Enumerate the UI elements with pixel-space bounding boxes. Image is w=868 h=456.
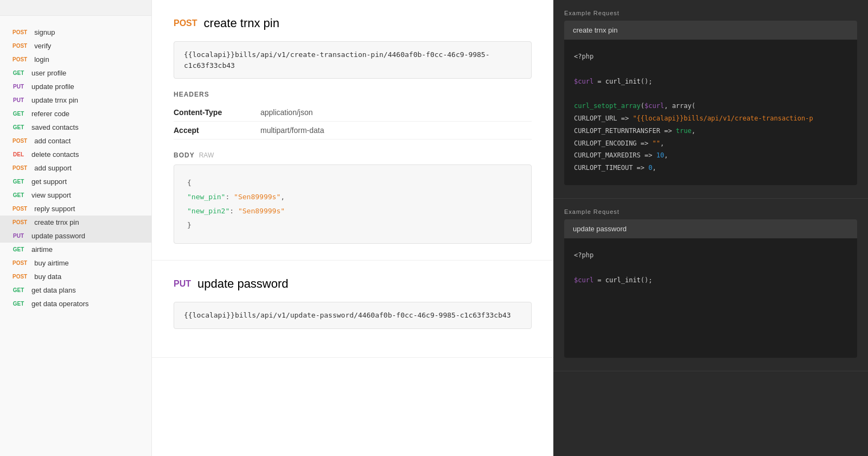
sidebar-item-add-support[interactable]: POSTadd support [0, 161, 151, 175]
sidebar-item-saved-contacts[interactable]: GETsaved contacts [0, 121, 151, 134]
header-value: multipart/form-data [260, 122, 532, 140]
sidebar-item-label: reply support [34, 205, 75, 213]
code-line: CURLOPT_RETURNTRANSFER => true, [574, 125, 847, 137]
sidebar-item-add-contact[interactable]: POSTadd contact [0, 134, 151, 148]
sidebar-item-label: update profile [31, 83, 74, 91]
sidebar-item-label: signup [34, 28, 55, 36]
sidebar-item-label: get data plans [31, 286, 76, 294]
sidebar-item-label: update trnx pin [31, 96, 78, 104]
code-line: } [187, 218, 518, 232]
table-row: Acceptmultipart/form-data [174, 122, 532, 140]
sidebar-item-label: add contact [34, 137, 71, 145]
sidebar-item-label: login [34, 55, 49, 64]
method-badge: GET [10, 246, 27, 253]
sidebar-item-delete-contacts[interactable]: DELdelete contacts [0, 148, 151, 161]
example-request-label: Example Request [564, 10, 857, 16]
method-badge: GET [10, 300, 27, 307]
code-line [574, 63, 847, 75]
sidebar-item-label: verify [34, 42, 51, 50]
right-panel: Example Requestcreate trnx pin<?php $cur… [553, 0, 868, 456]
sidebar-item-update-trnx-pin[interactable]: PUTupdate trnx pin [0, 93, 151, 107]
headers-table: Content-Typeapplication/jsonAcceptmultip… [174, 104, 532, 140]
example-block-update-password: Example Requestupdate password<?php $cur… [553, 199, 868, 371]
table-row: Content-Typeapplication/json [174, 104, 532, 122]
header-value: application/json [260, 104, 532, 122]
sidebar-item-label: add support [34, 164, 72, 172]
code-line: CURLOPT_TIMEOUT => 0, [574, 162, 847, 174]
method-badge: POST [10, 137, 30, 144]
sections-container: POSTcreate trnx pin{{localapi}}bills/api… [152, 0, 553, 358]
sidebar-item-view-support[interactable]: GETview support [0, 188, 151, 202]
sidebar-item-user-profile[interactable]: GETuser profile [0, 66, 151, 80]
method-badge: GET [10, 69, 27, 77]
code-line [574, 87, 847, 100]
example-title-bar: create trnx pin [564, 21, 857, 40]
sidebar-item-label: get support [31, 178, 67, 186]
sidebar-item-referer-code[interactable]: GETreferer code [0, 107, 151, 121]
url-box: {{localapi}}bills/api/v1/create-transact… [174, 41, 532, 79]
endpoint-method: POST [174, 18, 197, 28]
sidebar-item-label: airtime [31, 245, 53, 254]
method-badge: POST [10, 259, 30, 267]
example-request-label: Example Request [564, 208, 857, 215]
headers-label: HEADERS [174, 91, 532, 98]
sidebar-item-get-data-operators[interactable]: GETget data operators [0, 297, 151, 311]
examples-container: Example Requestcreate trnx pin<?php $cur… [553, 0, 868, 371]
sidebar-item-get-support[interactable]: GETget support [0, 175, 151, 188]
method-badge: PUT [10, 232, 27, 239]
code-line: <?php [574, 50, 847, 63]
sidebar-item-label: buy airtime [34, 259, 69, 267]
endpoint-method: PUT [174, 279, 191, 289]
code-line: CURLOPT_ENCODING => "", [574, 137, 847, 150]
method-badge: PUT [10, 97, 27, 104]
main-content: POSTcreate trnx pin{{localapi}}bills/api… [152, 0, 553, 456]
endpoint-name: update password [197, 277, 289, 291]
method-badge: POST [10, 56, 30, 63]
method-badge: GET [10, 287, 27, 294]
sidebar-item-label: view support [31, 191, 71, 199]
method-badge: GET [10, 192, 27, 199]
sidebar-item-buy-data[interactable]: POSTbuy data [0, 270, 151, 283]
method-badge: PUT [10, 83, 27, 90]
method-badge: POST [10, 273, 30, 280]
sidebar-item-buy-airtime[interactable]: POSTbuy airtime [0, 256, 151, 270]
method-badge: GET [10, 124, 27, 131]
method-badge: GET [10, 110, 27, 117]
method-badge: GET [10, 178, 27, 185]
sidebar-item-label: user profile [31, 69, 66, 77]
sidebar-title [0, 0, 151, 16]
sidebar-item-update-password[interactable]: PUTupdate password [0, 229, 151, 243]
method-badge: POST [10, 42, 30, 49]
section-create-trnx-pin: POSTcreate trnx pin{{localapi}}bills/api… [152, 0, 553, 261]
sidebar-item-label: buy data [34, 273, 61, 281]
url-box: {{localapi}}bills/api/v1/update-password… [174, 302, 532, 329]
code-line: $curl = curl_init(); [574, 274, 847, 287]
sidebar-item-signup[interactable]: POSTsignup [0, 26, 151, 39]
sidebar: POSTsignupPOSTverifyPOSTloginGETuser pro… [0, 0, 152, 456]
example-title-bar: update password [564, 219, 857, 238]
endpoint-title: POSTcreate trnx pin [174, 16, 532, 30]
sidebar-item-airtime[interactable]: GETairtime [0, 243, 151, 256]
example-code-area: <?php $curl = curl_init(); [564, 238, 857, 358]
method-badge: POST [10, 164, 30, 172]
example-code-area: <?php $curl = curl_init(); curl_setopt_a… [564, 40, 857, 185]
code-line: CURLOPT_URL => "{{localapi}}bills/api/v1… [574, 112, 847, 125]
sidebar-item-label: get data operators [31, 300, 89, 308]
sidebar-item-reply-support[interactable]: POSTreply support [0, 202, 151, 216]
sidebar-item-verify[interactable]: POSTverify [0, 39, 151, 53]
sidebar-item-label: create trnx pin [34, 218, 79, 226]
sidebar-section-label [0, 16, 151, 26]
header-key: Content-Type [174, 104, 260, 122]
code-line: { [187, 176, 518, 190]
sidebar-item-update-profile[interactable]: PUTupdate profile [0, 80, 151, 93]
body-label: BODYraw [174, 151, 532, 159]
example-block-create-trnx-pin: Example Requestcreate trnx pin<?php $cur… [553, 0, 868, 199]
sidebar-item-get-data-plans[interactable]: GETget data plans [0, 283, 151, 297]
code-line: curl_setopt_array($curl, array( [574, 100, 847, 112]
sidebar-item-create-trnx-pin[interactable]: POSTcreate trnx pin [0, 216, 151, 229]
sidebar-item-label: referer code [31, 110, 69, 118]
sidebar-item-login[interactable]: POSTlogin [0, 53, 151, 66]
code-line: "new_pin": "Sen89999s", [187, 190, 518, 204]
sidebar-item-label: update password [31, 232, 85, 240]
sidebar-item-label: saved contacts [31, 123, 79, 131]
